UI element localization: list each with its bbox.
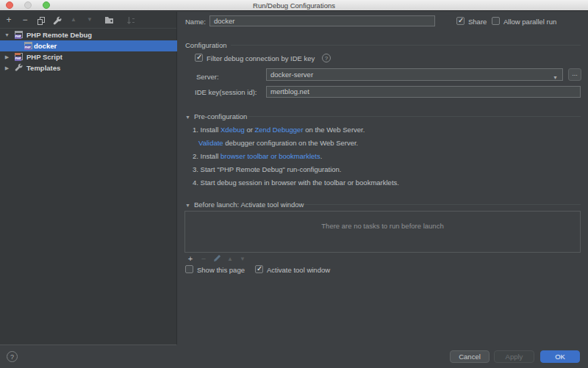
tree-item-php-remote-debug[interactable]: ▼ PHP PHP Remote Debug	[0, 29, 177, 40]
window-title: Run/Debug Configurations	[0, 1, 588, 10]
move-task-down-icon: ▼	[237, 255, 248, 264]
remove-configuration-icon[interactable]: −	[19, 14, 31, 26]
ide-key-input[interactable]: mertblog.net	[266, 86, 581, 98]
section-divider	[231, 45, 581, 46]
help-button[interactable]: ?	[7, 351, 18, 362]
browse-servers-button[interactable]: ...	[568, 68, 581, 81]
before-launch-section-header[interactable]: Before launch: Activate tool window	[194, 201, 304, 209]
tree-item-templates[interactable]: ▶ Templates	[0, 62, 177, 73]
name-input[interactable]: docker	[209, 15, 435, 26]
wrench-icon	[15, 63, 23, 74]
server-label: Server:	[196, 73, 219, 81]
configurations-sidebar: + − ▲ ▼ ▼ PHP PHP Remote Debug PHP	[0, 12, 177, 345]
section-divider	[304, 204, 581, 205]
chevron-down-icon[interactable]: ▼	[4, 29, 10, 40]
preconfig-step-3: 3. Start "PHP Remote Debug" run-configur…	[193, 165, 341, 173]
add-task-icon[interactable]: +	[185, 254, 196, 263]
xdebug-link[interactable]: Xdebug	[220, 126, 245, 134]
edit-defaults-wrench-icon[interactable]	[51, 14, 63, 26]
name-label: Name:	[185, 18, 206, 26]
titlebar: Run/Debug Configurations	[0, 0, 588, 11]
show-this-page-checkbox[interactable]	[185, 265, 193, 273]
share-label: Share	[468, 18, 487, 26]
allow-parallel-run-label: Allow parallel run	[503, 18, 556, 26]
edit-task-pencil-icon	[212, 254, 222, 263]
chevron-down-icon[interactable]: ▼	[185, 115, 190, 120]
validate-link[interactable]: Validate	[198, 139, 223, 147]
move-up-icon: ▲	[68, 14, 79, 26]
add-configuration-icon[interactable]: +	[3, 14, 15, 26]
php-remote-debug-icon: PHP	[24, 42, 33, 50]
server-combobox-value: docker-server	[270, 71, 313, 79]
php-remote-debug-icon: PHP	[15, 31, 24, 39]
filter-debug-connection-label: Filter debug connection by IDE key	[207, 54, 315, 62]
sidebar-toolbar: + − ▲ ▼	[0, 12, 176, 29]
tree-item-docker[interactable]: PHP docker	[0, 40, 177, 51]
copy-configuration-icon[interactable]	[35, 14, 47, 26]
chevron-down-icon[interactable]: ▼	[185, 203, 190, 208]
section-divider	[248, 116, 581, 117]
php-script-icon: PHP	[15, 53, 24, 61]
cancel-button[interactable]: Cancel	[450, 350, 490, 363]
preconfig-step-4: 4. Start debug session in browser with t…	[193, 178, 399, 187]
tree-item-php-script[interactable]: ▶ PHP PHP Script	[0, 51, 177, 62]
zend-debugger-link[interactable]: Zend Debugger	[255, 126, 304, 134]
remove-task-icon: −	[198, 254, 209, 263]
server-combobox[interactable]: docker-server ▼	[266, 68, 563, 81]
help-icon[interactable]: ?	[322, 54, 331, 62]
move-down-icon: ▼	[84, 14, 96, 26]
preconfig-step-1: 1. Install Xdebug or Zend Debugger on th…	[193, 126, 365, 134]
activate-tool-window-checkbox[interactable]	[255, 265, 263, 273]
browser-toolbar-link[interactable]: browser toolbar or bookmarklets	[220, 152, 320, 160]
before-launch-task-list[interactable]: There are no tasks to run before launch	[184, 211, 581, 253]
move-task-up-icon: ▲	[225, 255, 235, 264]
apply-button: Apply	[494, 350, 534, 363]
configuration-section-header: Configuration	[185, 41, 227, 49]
run-debug-configurations-dialog: Run/Debug Configurations + − ▲ ▼ ▼ PHP P	[0, 0, 588, 368]
preconfig-validate-line: Validate debugger configuration on the W…	[198, 139, 358, 147]
share-checkbox[interactable]	[456, 17, 465, 25]
new-folder-icon[interactable]	[103, 14, 115, 26]
activate-tool-window-label: Activate tool window	[267, 266, 330, 274]
preconfig-step-2: 2. Install browser toolbar or bookmarkle…	[193, 152, 322, 160]
preconfiguration-section-header[interactable]: Pre-configuration	[194, 112, 247, 120]
ok-button[interactable]: OK	[540, 350, 580, 363]
no-tasks-message: There are no tasks to run before launch	[185, 222, 580, 230]
chevron-right-icon[interactable]: ▶	[4, 51, 10, 62]
filter-debug-connection-checkbox[interactable]	[195, 54, 203, 62]
chevron-right-icon[interactable]: ▶	[4, 62, 10, 73]
allow-parallel-run-checkbox[interactable]	[492, 17, 500, 25]
show-this-page-label: Show this page	[197, 266, 245, 274]
sort-alphabetically-icon	[125, 14, 137, 26]
ide-key-label: IDE key(session id):	[195, 88, 257, 96]
combo-arrow-icon[interactable]: ▼	[553, 72, 558, 83]
